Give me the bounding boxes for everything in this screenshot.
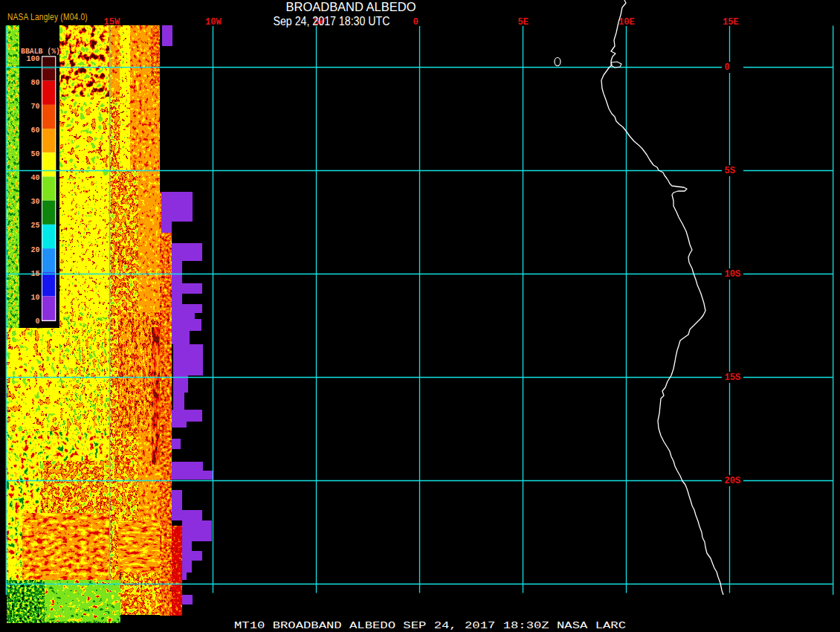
svg-text:10: 10 xyxy=(31,293,40,302)
svg-text:70: 70 xyxy=(31,102,40,111)
svg-text:15S: 15S xyxy=(725,373,741,383)
svg-text:MT10 BROADBAND ALBEDO SEP 2: MT10 BROADBAND ALBEDO SEP 24, 2017 18:30… xyxy=(234,620,626,631)
svg-text:15: 15 xyxy=(31,269,40,278)
svg-text:5S: 5S xyxy=(725,166,736,176)
svg-text:100: 100 xyxy=(27,54,40,63)
svg-text:BROADBAND ALBEDO: BROADBAND ALBEDO xyxy=(286,0,416,14)
svg-text:60: 60 xyxy=(31,126,40,135)
svg-text:0: 0 xyxy=(413,17,419,28)
svg-text:50: 50 xyxy=(31,149,40,158)
svg-text:30: 30 xyxy=(31,197,40,206)
svg-text:NASA Langley (M04.0): NASA Langley (M04.0) xyxy=(7,12,88,22)
svg-text:15E: 15E xyxy=(723,17,739,28)
svg-text:20S: 20S xyxy=(725,476,741,486)
svg-text:10E: 10E xyxy=(618,17,635,28)
svg-text:0: 0 xyxy=(725,62,730,73)
svg-text:80: 80 xyxy=(31,78,40,87)
svg-text:0: 0 xyxy=(36,317,40,326)
svg-text:Sep 24, 2017 18:30 UTC: Sep 24, 2017 18:30 UTC xyxy=(274,15,390,28)
svg-text:25: 25 xyxy=(31,221,40,230)
svg-text:5E: 5E xyxy=(518,17,529,28)
svg-text:10S: 10S xyxy=(725,269,741,280)
svg-text:15W: 15W xyxy=(104,17,121,28)
svg-text:20: 20 xyxy=(31,245,40,254)
svg-text:40: 40 xyxy=(31,173,40,182)
svg-text:10W: 10W xyxy=(205,17,222,28)
